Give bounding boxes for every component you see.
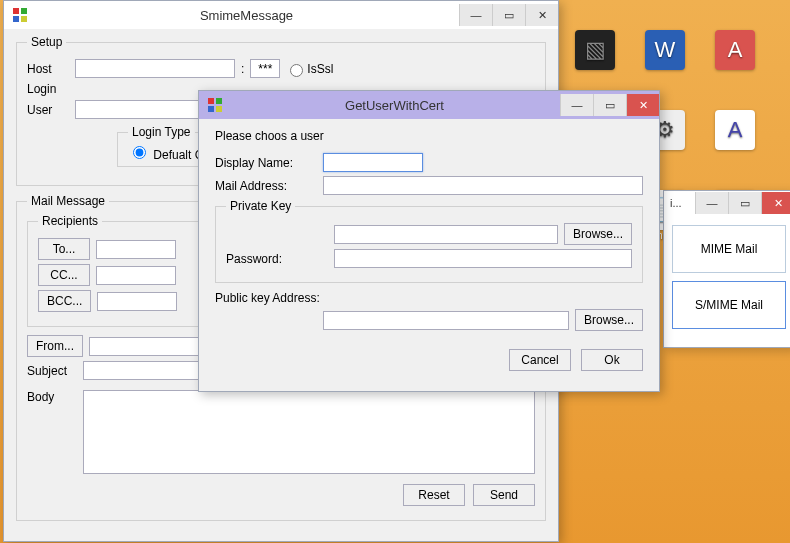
minimize-button[interactable]: — [695,192,728,214]
host-label: Host [27,62,75,76]
user-label: User [27,103,75,117]
recipients-group: Recipients To... CC... BCC... [27,214,209,327]
cc-input[interactable] [96,266,176,285]
main-window-title: SmimeMessage [34,8,459,23]
side-titlebar: i... — ▭ ✕ [664,191,790,215]
svg-rect-5 [216,98,222,104]
body-textarea[interactable] [83,390,535,474]
close-button[interactable]: ✕ [626,94,659,116]
body-label: Body [27,390,83,404]
setup-legend: Setup [27,35,66,49]
smime-mail-button[interactable]: S/MIME Mail [672,281,786,329]
private-key-input[interactable] [334,225,558,244]
ok-button[interactable]: Ok [581,349,643,371]
password-label: Password: [226,252,334,266]
login-type-legend: Login Type [128,125,195,139]
svg-rect-0 [13,8,19,14]
default-login-label: Defualt C [153,148,203,162]
from-button[interactable]: From... [27,335,83,357]
minimize-button[interactable]: — [459,4,492,26]
mail-address-label: Mail Address: [215,179,323,193]
svg-rect-2 [13,16,19,22]
close-button[interactable]: ✕ [761,192,790,214]
reset-button[interactable]: Reset [403,484,465,506]
desktop-icon-word[interactable]: W [640,30,690,90]
dialog-titlebar: GetUserWithCert — ▭ ✕ [199,91,659,119]
port-colon: : [241,62,244,76]
cc-button[interactable]: CC... [38,264,90,286]
desktop-icon[interactable]: ▧ [570,30,620,90]
default-login-radio[interactable] [133,146,146,159]
is-ssl-radio[interactable] [290,64,303,77]
browse-public-key-button[interactable]: Browse... [575,309,643,331]
password-input[interactable] [334,249,632,268]
maximize-button[interactable]: ▭ [492,4,525,26]
dialog-instruction: Please choos a user [215,129,643,143]
main-titlebar: SmimeMessage — ▭ ✕ [4,1,558,29]
close-button[interactable]: ✕ [525,4,558,26]
mail-address-input[interactable] [323,176,643,195]
dialog-title: GetUserWithCert [229,98,560,113]
is-ssl-label: IsSsl [307,62,333,76]
mail-message-legend: Mail Message [27,194,109,208]
svg-rect-3 [21,16,27,22]
host-input[interactable] [75,59,235,78]
browse-private-key-button[interactable]: Browse... [564,223,632,245]
desktop-icon[interactable]: A [710,110,760,170]
svg-rect-1 [21,8,27,14]
svg-rect-7 [216,106,222,112]
public-key-input[interactable] [323,311,569,330]
bcc-input[interactable] [97,292,177,311]
to-input[interactable] [96,240,176,259]
recipients-legend: Recipients [38,214,102,228]
bcc-button[interactable]: BCC... [38,290,91,312]
private-key-legend: Private Key [226,199,295,213]
get-user-dialog: GetUserWithCert — ▭ ✕ Please choos a use… [198,90,660,392]
login-label: Login [27,82,75,96]
user-input[interactable] [75,100,215,119]
subject-label: Subject [27,364,83,378]
svg-rect-4 [208,98,214,104]
minimize-button[interactable]: — [560,94,593,116]
default-radio-row[interactable]: Defualt C [128,148,203,162]
app-icon [207,97,223,113]
port-input[interactable] [250,59,280,78]
to-button[interactable]: To... [38,238,90,260]
maximize-button[interactable]: ▭ [593,94,626,116]
mime-mail-button[interactable]: MIME Mail [672,225,786,273]
side-panel-window: i... — ▭ ✕ MIME Mail S/MIME Mail [663,190,790,348]
app-icon [12,7,28,23]
desktop-icon-pdf[interactable]: A [710,30,760,90]
maximize-button[interactable]: ▭ [728,192,761,214]
public-key-label: Public key Address: [215,291,643,305]
svg-rect-6 [208,106,214,112]
cancel-button[interactable]: Cancel [509,349,571,371]
display-name-input[interactable] [323,153,423,172]
send-button[interactable]: Send [473,484,535,506]
private-key-group: Private Key Browse... Password: [215,199,643,283]
display-name-label: Display Name: [215,156,323,170]
